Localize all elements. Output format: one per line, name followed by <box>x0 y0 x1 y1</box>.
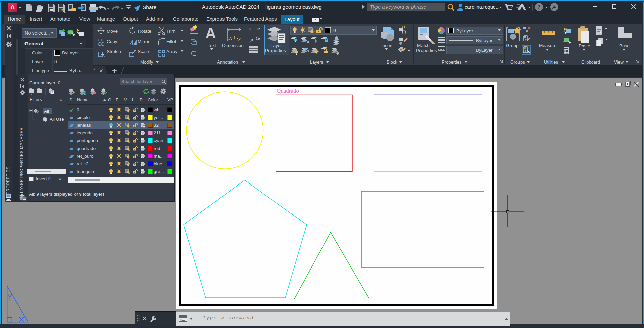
svg-text:0: 0 <box>333 28 336 33</box>
svg-text:All Use: All Use <box>50 117 64 122</box>
svg-text:All: All <box>44 109 49 114</box>
